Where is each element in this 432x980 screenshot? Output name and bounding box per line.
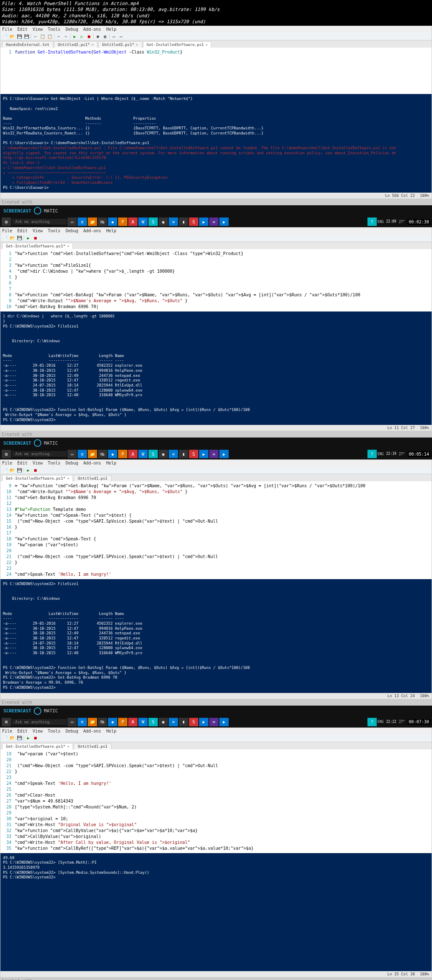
run-icon[interactable]: ▶ [25, 735, 31, 741]
menu-tools[interactable]: Tools [48, 27, 60, 32]
help-icon[interactable]: ? [367, 718, 377, 726]
open-icon[interactable]: 📂 [9, 235, 15, 241]
breakpoint-icon[interactable]: ● [95, 33, 101, 39]
clock[interactable]: 22:19 [386, 452, 396, 456]
powerpoint-icon[interactable]: P [118, 217, 127, 226]
save-icon[interactable]: 💾 [16, 235, 22, 241]
show-script-icon[interactable]: ▭ [111, 33, 117, 39]
close-icon[interactable]: × [136, 43, 138, 47]
menu-edit[interactable]: Edit [17, 228, 27, 233]
word-icon[interactable]: W [138, 217, 148, 226]
menu-tools[interactable]: Tools [48, 729, 60, 733]
vs-icon[interactable]: ∞ [209, 217, 219, 226]
console-pane[interactable]: } dir C:\Windows | where {$_.length -gt … [0, 311, 432, 425]
tab-untitled1[interactable]: Untitled1.ps1 [74, 475, 111, 481]
cortana-search[interactable]: Ask me anything. [12, 219, 67, 225]
explorer-icon[interactable]: 📁 [88, 217, 97, 226]
vscode-icon[interactable]: ≡ [169, 217, 178, 226]
menu-edit[interactable]: Edit [17, 461, 27, 465]
github-icon[interactable]: ◉ [159, 217, 168, 226]
copy-icon[interactable]: 📋 [40, 33, 46, 39]
cortana-search[interactable]: Ask me anything. [12, 719, 67, 725]
start-icon[interactable]: ⊞ [2, 217, 11, 226]
menu-file[interactable]: File [2, 729, 12, 733]
menu-file[interactable]: File [2, 27, 12, 32]
menu-view[interactable]: View [32, 228, 43, 233]
task-view-icon[interactable]: ▭ [68, 217, 77, 226]
dropbox-icon[interactable]: ◆ [108, 217, 117, 226]
stop-icon[interactable]: ■ [32, 235, 38, 241]
menu-edit[interactable]: Edit [17, 729, 27, 733]
terminal-icon[interactable]: ▮ [179, 217, 188, 226]
new-icon[interactable]: 📄 [2, 735, 8, 741]
script-editor[interactable]: 19 "kw">param ("var">$text)2021 ("cmd">N… [0, 749, 432, 853]
menu-help[interactable]: Help [106, 27, 116, 32]
menu-help[interactable]: Help [106, 729, 116, 733]
stop-icon[interactable]: ■ [32, 467, 38, 473]
help-icon[interactable]: ? [367, 217, 377, 226]
tab-untitled2[interactable]: Untitled2.ps1*× [54, 41, 97, 48]
save-icon[interactable]: 💾 [16, 735, 22, 741]
run-icon[interactable]: ▶ [25, 235, 31, 241]
show-command-icon[interactable]: ▭ [118, 33, 124, 39]
menu-addons[interactable]: Add-ons [84, 228, 101, 233]
help-icon[interactable]: ? [367, 450, 377, 458]
menu-view[interactable]: View [32, 729, 43, 733]
new-icon[interactable]: 📄 [2, 467, 8, 473]
save-all-icon[interactable]: 💾 [24, 33, 30, 39]
tab-getinstalled[interactable]: Get-InstalledSoftware.ps1*× [2, 243, 73, 249]
script-editor[interactable]: 1"kw">function "cmd">Get-InstalledSoftwa… [0, 249, 432, 311]
menu-file[interactable]: File [2, 461, 12, 465]
tab-untitled1[interactable]: Untitled1.ps1 [74, 743, 111, 749]
run-selection-icon[interactable]: ▷ [79, 33, 85, 39]
save-icon[interactable]: 💾 [16, 33, 22, 39]
script-editor[interactable]: 9= "kw">Function "cmd">Get-BatAvg{ "kw">… [0, 481, 432, 579]
console-pane[interactable]: PS C:\Users\Easwari> Get-WmiObject -List… [0, 94, 432, 193]
edge-icon[interactable]: e [78, 217, 87, 226]
store-icon[interactable]: 🛍 [98, 217, 107, 226]
menu-help[interactable]: Help [106, 228, 116, 233]
redo-icon[interactable]: ↷ [63, 33, 69, 39]
menu-addons[interactable]: Add-ons [84, 729, 101, 733]
console-pane[interactable]: PS C:\WINDOWS\system32> FileSize1 Direct… [0, 579, 432, 693]
tab-handson[interactable]: HandsOnExternal.txt [2, 41, 53, 48]
open-icon[interactable]: 📂 [9, 33, 15, 39]
paste-icon[interactable]: 📋 [47, 33, 53, 39]
close-icon[interactable]: × [92, 43, 94, 47]
access-icon[interactable]: A [128, 217, 138, 226]
eng-indicator[interactable]: ENG [378, 220, 383, 224]
stop-icon[interactable]: ■ [86, 33, 92, 39]
undo-icon[interactable]: ↶ [56, 33, 62, 39]
menu-view[interactable]: View [32, 27, 43, 32]
open-icon[interactable]: 📂 [9, 735, 15, 741]
run-icon[interactable]: ▶ [72, 33, 78, 39]
ps1-icon[interactable]: ▶ [199, 217, 208, 226]
menu-view[interactable]: View [32, 461, 43, 465]
close-icon[interactable]: × [67, 744, 69, 749]
run-icon[interactable]: ▶ [25, 467, 31, 473]
menu-debug[interactable]: Debug [65, 461, 78, 465]
close-icon[interactable]: × [67, 476, 69, 481]
menu-file[interactable]: File [2, 228, 12, 233]
start-icon[interactable]: ⊞ [2, 450, 11, 458]
start-icon[interactable]: ⊞ [2, 718, 11, 726]
new-icon[interactable]: 📄 [2, 33, 8, 39]
close-icon[interactable]: × [67, 244, 69, 248]
new-remote-icon[interactable]: ▦ [102, 33, 108, 39]
cortana-search[interactable]: Ask me anything. [12, 451, 67, 457]
powershell-icon[interactable]: ▶ [219, 217, 229, 226]
menu-addons[interactable]: Add-ons [84, 27, 101, 32]
tab-getinstalled[interactable]: Get-InstalledSoftware.ps1*× [2, 475, 73, 481]
tab-untitled3[interactable]: Untitled3.ps1*× [98, 41, 142, 48]
snagit-icon[interactable]: S [189, 217, 198, 226]
menu-tools[interactable]: Tools [48, 461, 60, 465]
clock[interactable]: 22:09 [386, 220, 396, 223]
menu-addons[interactable]: Add-ons [84, 461, 101, 465]
menu-debug[interactable]: Debug [65, 729, 78, 733]
open-icon[interactable]: 📂 [9, 467, 15, 473]
console-pane[interactable]: 49.68 PS C:\WINDOWS\system32> [System.Ma… [0, 853, 432, 971]
menu-debug[interactable]: Debug [65, 228, 78, 233]
tab-getinstalled[interactable]: Get-InstalledSoftware.ps1× [143, 41, 212, 48]
save-icon[interactable]: 💾 [16, 467, 22, 473]
skype-icon[interactable]: S [148, 217, 158, 226]
